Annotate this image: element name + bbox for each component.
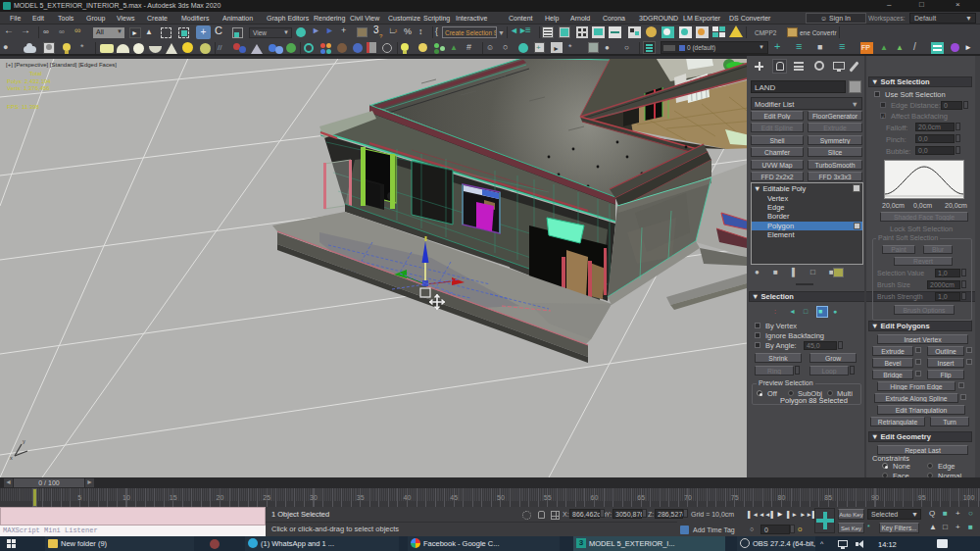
svg-text:Total: Total: [29, 71, 42, 76]
svg-text:x: x: [10, 455, 13, 461]
svg-text:[+] [Perspective] [Standard] [: [+] [Perspective] [Standard] [Edged Face…: [6, 62, 117, 68]
svg-text:FPS: 11.398: FPS: 11.398: [7, 104, 40, 110]
svg-text:Verts: 1,376,456: Verts: 1,376,456: [7, 85, 50, 91]
svg-text:Polys: 2,432,194: Polys: 2,432,194: [7, 78, 51, 84]
svg-text:y: y: [23, 438, 25, 444]
